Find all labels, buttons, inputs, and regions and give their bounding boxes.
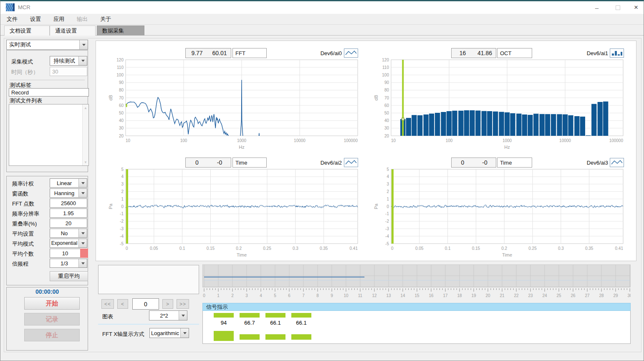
chart-layout-select[interactable]: 2*2: [149, 310, 187, 320]
avg-count-input[interactable]: [50, 249, 81, 258]
page-prev-button[interactable]: <: [117, 299, 128, 309]
chevron-down-icon: [78, 239, 87, 247]
menu-file[interactable]: 文件: [0, 15, 24, 23]
svg-text:Hz: Hz: [239, 145, 244, 150]
maximize-icon: [616, 5, 620, 10]
svg-text:0.41: 0.41: [350, 246, 358, 251]
record-timeline[interactable]: 0123456789101112131415161718192021222324…: [202, 264, 631, 300]
acq-mode-select[interactable]: 持续测试: [50, 56, 87, 66]
avg-count-alert-swatch: [80, 249, 88, 258]
menu-settings[interactable]: 设置: [24, 15, 47, 23]
chevron-down-icon: [79, 40, 88, 49]
svg-text:22: 22: [514, 293, 519, 298]
scroll-up-icon[interactable]: ▲: [83, 104, 88, 111]
svg-text:0.35: 0.35: [585, 246, 593, 251]
fft-plot[interactable]: 2030405060708090100110120101001000100001…: [107, 56, 360, 152]
signal-level-bar: [291, 313, 311, 318]
svg-text:-5: -5: [120, 242, 124, 246]
fft-xaxis-mode-select[interactable]: Logarithmic: [149, 328, 189, 338]
svg-text:5: 5: [121, 167, 124, 172]
maximize-button[interactable]: [608, 1, 627, 14]
tab-channel-settings[interactable]: 通道设置: [50, 25, 96, 36]
svg-text:0: 0: [121, 204, 124, 209]
tab-document-settings[interactable]: 文档设置: [4, 25, 50, 36]
svg-text:80: 80: [384, 88, 389, 92]
window-function-select[interactable]: Hanning: [50, 188, 87, 198]
svg-text:0.15: 0.15: [207, 246, 215, 251]
overlap-rate-label: 重叠率(%): [12, 220, 37, 228]
svg-text:0.15: 0.15: [472, 246, 480, 251]
overlap-rate-input[interactable]: [50, 219, 87, 228]
svg-text:30: 30: [384, 126, 389, 130]
svg-text:0.3: 0.3: [558, 246, 564, 251]
svg-text:1: 1: [217, 293, 220, 298]
octave-fraction-select[interactable]: 1/3: [50, 259, 87, 268]
svg-text:40: 40: [384, 118, 389, 123]
svg-text:28: 28: [599, 293, 604, 298]
time-plot-ai2[interactable]: -5-4-3-2-101234500.050.10.150.20.250.30.…: [107, 166, 360, 261]
window-function-label: 窗函数: [12, 190, 28, 198]
svg-text:24: 24: [542, 293, 547, 298]
freq-weighting-select[interactable]: Linear: [50, 178, 87, 188]
svg-text:0.1: 0.1: [445, 246, 451, 251]
svg-text:-1: -1: [385, 211, 389, 216]
avg-setting-label: 平均设置: [12, 230, 34, 238]
freq-resolution-input[interactable]: [50, 208, 87, 218]
test-mode-value: 实时测试: [7, 40, 79, 49]
page-last-button[interactable]: >>: [177, 299, 189, 309]
avg-mode-select[interactable]: Exponential: [50, 239, 87, 248]
duration-input: [50, 67, 87, 76]
tab-data-acquisition[interactable]: 数据采集: [97, 25, 144, 36]
minimize-button[interactable]: –: [587, 1, 606, 14]
svg-text:4: 4: [386, 174, 389, 179]
svg-text:40: 40: [119, 118, 124, 123]
svg-text:100000: 100000: [609, 138, 624, 143]
signal-value: 66.1: [265, 320, 285, 326]
svg-text:1000: 1000: [237, 138, 247, 143]
fft-xaxis-mode-value: Logarithmic: [150, 328, 180, 338]
oct-plot[interactable]: 2030405060708090100110120101001000100001…: [373, 56, 626, 152]
test-mode-select[interactable]: 实时测试: [6, 40, 88, 50]
signal-value: 94: [214, 320, 234, 326]
page-number-box[interactable]: 0: [132, 298, 159, 310]
svg-text:0.25: 0.25: [263, 246, 271, 251]
svg-text:0.05: 0.05: [150, 246, 158, 251]
avg-setting-select[interactable]: No: [50, 229, 87, 238]
time-plot-ai3[interactable]: -5-4-3-2-101234500.050.10.150.20.250.30.…: [373, 166, 626, 261]
window-title: MCR: [18, 4, 30, 10]
chevron-down-icon: [180, 328, 189, 338]
close-button[interactable]: ×: [628, 1, 644, 14]
page-first-button[interactable]: <<: [101, 299, 114, 309]
svg-text:27: 27: [585, 293, 590, 298]
menu-output: 输出: [71, 15, 94, 23]
svg-text:12: 12: [372, 293, 377, 298]
svg-text:90: 90: [384, 80, 389, 85]
page-next-button[interactable]: >: [162, 299, 173, 309]
listbox-scrollbar[interactable]: ▲ ▼: [82, 104, 88, 165]
svg-text:-2: -2: [385, 219, 389, 224]
svg-text:0: 0: [203, 293, 205, 298]
test-label-input[interactable]: [9, 88, 89, 97]
svg-text:2: 2: [386, 189, 389, 194]
signal-level-bar: [265, 334, 285, 340]
start-button[interactable]: 开始: [24, 297, 80, 310]
chevron-down-icon: [78, 189, 87, 197]
svg-text:-1: -1: [120, 211, 124, 216]
svg-text:-3: -3: [120, 226, 124, 231]
avg-setting-value: No: [50, 229, 78, 237]
menu-about[interactable]: 关于: [94, 15, 117, 23]
fft-points-input[interactable]: [50, 198, 87, 208]
svg-text:-4: -4: [120, 234, 124, 239]
test-file-listbox[interactable]: ▲ ▼: [9, 104, 89, 166]
svg-text:80: 80: [119, 88, 124, 92]
svg-text:5: 5: [386, 167, 389, 172]
app-logo-icon: [6, 3, 15, 11]
svg-text:1: 1: [386, 197, 389, 201]
restart-average-button[interactable]: 重启平均: [50, 271, 88, 281]
scroll-down-icon[interactable]: ▼: [83, 159, 88, 165]
svg-text:19: 19: [471, 293, 476, 298]
svg-text:0: 0: [386, 204, 389, 209]
svg-text:-5: -5: [385, 242, 389, 246]
menu-application[interactable]: 应用: [47, 15, 71, 23]
record-button: 记录: [24, 313, 80, 325]
